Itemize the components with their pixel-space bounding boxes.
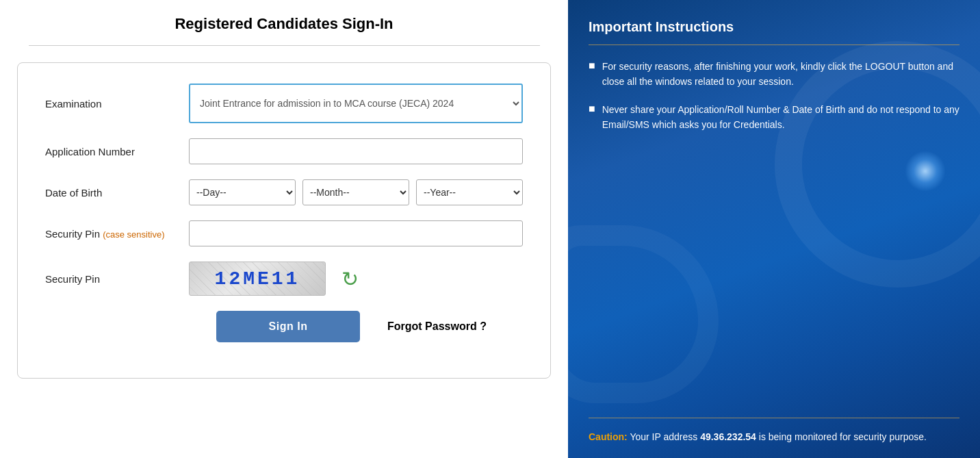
right-panel: Important Instructions ■ For security re… [568, 0, 980, 458]
security-pin-input[interactable] [189, 220, 523, 246]
caution-section: Caution: Your IP address 49.36.232.54 is… [589, 418, 959, 444]
caution-label: Caution: [589, 431, 628, 442]
dob-day-select[interactable]: --Day-- [189, 179, 296, 205]
instructions-title: Important Instructions [589, 19, 959, 35]
caution-text: Your IP address [630, 431, 700, 442]
application-number-input[interactable] [189, 138, 523, 164]
dob-selects: --Day-- --Month-- --Year-- [189, 179, 523, 205]
application-number-row: Application Number [45, 138, 523, 164]
page-title: Registered Candidates Sign-In [0, 0, 568, 45]
bullet-1: ■ [589, 60, 595, 72]
instruction-text-2: Never share your Application/Roll Number… [602, 102, 959, 133]
instruction-item-1: ■ For security reasons, after finishing … [589, 59, 959, 90]
examination-label: Examination [45, 98, 189, 110]
refresh-captcha-button[interactable]: ↻ [335, 264, 364, 293]
captcha-container: 12ME11 ↻ [189, 262, 364, 296]
left-panel: Registered Candidates Sign-In Examinatio… [0, 0, 568, 458]
forgot-password-link[interactable]: Forgot Password ? [387, 320, 487, 333]
instruction-item-2: ■ Never share your Application/Roll Numb… [589, 102, 959, 133]
dob-month-select[interactable]: --Month-- [302, 179, 409, 205]
signin-form: Examination Joint Entrance for admission… [17, 62, 551, 379]
action-row: Sign In Forgot Password ? [45, 311, 523, 342]
application-number-label: Application Number [45, 146, 189, 157]
caution-suffix: is being monitored for security purpose. [759, 431, 927, 442]
security-pin-captcha-label: Security Pin [45, 273, 189, 285]
star-glow-decoration [905, 151, 946, 192]
security-pin-input-label: Security Pin (case sensitive) [45, 228, 189, 240]
examination-select[interactable]: Joint Entrance for admission in to MCA c… [189, 84, 523, 123]
dob-row: Date of Birth --Day-- --Month-- --Year-- [45, 179, 523, 205]
instruction-text-1: For security reasons, after finishing yo… [602, 59, 959, 90]
sign-in-button[interactable]: Sign In [216, 311, 360, 342]
dob-label: Date of Birth [45, 187, 189, 199]
refresh-icon: ↻ [341, 267, 359, 291]
captcha-row: Security Pin 12ME11 ↻ [45, 262, 523, 296]
examination-row: Examination Joint Entrance for admission… [45, 84, 523, 123]
dob-year-select[interactable]: --Year-- [416, 179, 523, 205]
ip-address: 49.36.232.54 [700, 431, 756, 442]
instructions-divider [589, 44, 959, 45]
title-divider [29, 45, 540, 46]
captcha-image: 12ME11 [189, 262, 326, 296]
case-sensitive-note: (case sensitive) [103, 229, 164, 240]
security-pin-input-row: Security Pin (case sensitive) [45, 220, 523, 246]
bullet-2: ■ [589, 103, 595, 115]
